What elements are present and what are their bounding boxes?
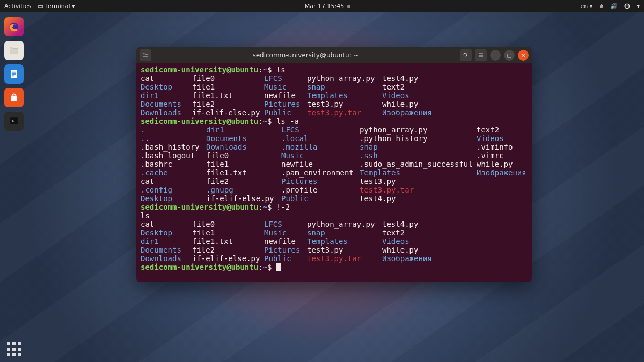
minimize-button[interactable]: –	[490, 50, 501, 61]
hamburger-menu-button[interactable]	[475, 49, 487, 61]
ls-entry: Изображения	[477, 168, 526, 177]
window-title: sedicomm-university@ubuntu: ~	[151, 51, 460, 59]
ls-entry: Public	[281, 194, 360, 203]
dock-software[interactable]	[4, 88, 24, 107]
ls-entry: while.py	[477, 160, 513, 168]
ls-entry: test4.py	[360, 194, 477, 203]
ls-entry: .sudo_as_admin_successful	[360, 160, 477, 168]
ls-entry: Изображения	[382, 254, 432, 263]
ls-entry: file1.txt	[206, 168, 281, 177]
network-icon[interactable]: ⋔	[599, 3, 604, 10]
ls-entry: Public	[264, 254, 307, 263]
ls-entry: .vimrc	[477, 151, 504, 160]
ls-entry: Documents	[141, 100, 192, 108]
dock-files[interactable]	[4, 41, 24, 60]
document-icon	[9, 69, 19, 79]
ls-entry: text2	[477, 125, 499, 134]
ls-entry: Music	[264, 83, 307, 91]
ls-entry: Music	[281, 151, 360, 160]
search-icon	[463, 52, 469, 58]
svg-text:>_: >_	[11, 119, 17, 123]
ls-entry: Desktop	[141, 194, 206, 203]
ls-entry: LFCS	[264, 74, 307, 83]
ls-entry: test3.py.tar	[360, 186, 477, 194]
firefox-icon	[8, 21, 20, 33]
ls-entry: LFCS	[281, 125, 360, 134]
ls-entry: if-elif-else.py	[206, 194, 281, 203]
menu-icon	[478, 52, 484, 58]
ls-entry: Desktop	[141, 228, 192, 237]
ls-entry: Videos	[382, 91, 409, 100]
ls-entry: newfile	[264, 237, 307, 246]
ls-entry: python_array.py	[360, 125, 477, 134]
svg-rect-3	[12, 73, 16, 75]
folder-plus-icon	[142, 52, 149, 58]
ls-entry: Videos	[382, 237, 409, 246]
ls-entry: file2	[206, 177, 281, 186]
ls-entry: Pictures	[264, 246, 307, 254]
ls-entry: file1.txt	[192, 237, 264, 246]
ls-entry: test3.py	[307, 246, 382, 254]
volume-icon[interactable]: 🔊	[610, 3, 618, 10]
ls-entry: Desktop	[141, 83, 192, 91]
close-button[interactable]: ✕	[518, 50, 529, 61]
ls-entry: file0	[192, 74, 264, 83]
ls-entry: ..	[141, 134, 206, 143]
ls-entry: cat	[141, 177, 206, 186]
ls-entry: .ssh	[360, 151, 477, 160]
search-button[interactable]	[460, 49, 472, 61]
ls-entry: file2	[192, 100, 264, 108]
ls-entry: dir1	[141, 237, 192, 246]
ls-entry: test3.py	[360, 177, 477, 186]
show-applications-button[interactable]	[4, 339, 24, 359]
shopping-bag-icon	[9, 92, 19, 103]
ls-entry: .bashrc	[141, 160, 206, 168]
ls-entry: Music	[264, 228, 307, 237]
ls-entry: Pictures	[281, 177, 360, 186]
ls-entry: file1.txt	[192, 91, 264, 100]
ls-entry: .pam_environment	[281, 168, 360, 177]
ls-entry: test3.py.tar	[307, 254, 382, 263]
ls-entry: .bash_logout	[141, 151, 206, 160]
clock[interactable]: Mar 17 15:45	[305, 3, 350, 10]
ls-entry: newfile	[264, 91, 307, 100]
terminal-window: sedicomm-university@ubuntu: ~ – ▢ ✕ sedi…	[136, 47, 532, 282]
maximize-button[interactable]: ▢	[504, 50, 515, 61]
ls-entry: .config	[141, 186, 206, 194]
ls-entry: .mozilla	[281, 143, 360, 151]
ls-entry: dir1	[206, 125, 281, 134]
ls-entry: Downloads	[206, 143, 281, 151]
app-menu[interactable]: ▭ Terminal ▾	[38, 3, 75, 10]
lang-indicator[interactable]: en ▾	[580, 3, 592, 10]
ls-entry: python_array.py	[307, 74, 382, 83]
gnome-topbar: Activities ▭ Terminal ▾ Mar 17 15:45 en …	[0, 0, 644, 12]
ls-entry: .gnupg	[206, 186, 281, 194]
ls-entry: test3.py.tar	[307, 108, 382, 117]
ls-entry: Documents	[206, 134, 281, 143]
terminal-body[interactable]: sedicomm-university@ubuntu:~$ lscatfile0…	[136, 63, 532, 282]
ls-entry: .profile	[281, 186, 360, 194]
ls-entry: Templates	[360, 168, 477, 177]
dock: >_	[2, 15, 26, 359]
dock-terminal[interactable]: >_	[4, 112, 24, 131]
new-tab-button[interactable]	[140, 49, 151, 61]
power-icon[interactable]: ⏻	[624, 3, 630, 10]
ls-entry: file0	[206, 151, 281, 160]
ls-entry: .cache	[141, 168, 206, 177]
ls-entry: .bash_history	[141, 143, 206, 151]
ls-entry: dir1	[141, 91, 192, 100]
ls-entry: file1	[192, 83, 264, 91]
ls-entry: test4.py	[382, 74, 418, 83]
ls-entry: file1	[206, 160, 281, 168]
dock-firefox[interactable]	[4, 17, 24, 36]
ls-entry: while.py	[382, 100, 418, 108]
svg-point-7	[464, 53, 467, 56]
ls-entry: LFCS	[264, 220, 307, 228]
ls-entry: if-elif-else.py	[192, 108, 264, 117]
caret-icon[interactable]: ▾	[636, 3, 640, 10]
ls-entry: newfile	[281, 160, 360, 168]
ls-entry: Downloads	[141, 254, 192, 263]
terminal-titlebar[interactable]: sedicomm-university@ubuntu: ~ – ▢ ✕	[136, 47, 532, 63]
activities-button[interactable]: Activities	[4, 3, 31, 10]
dock-writer[interactable]	[4, 64, 24, 84]
